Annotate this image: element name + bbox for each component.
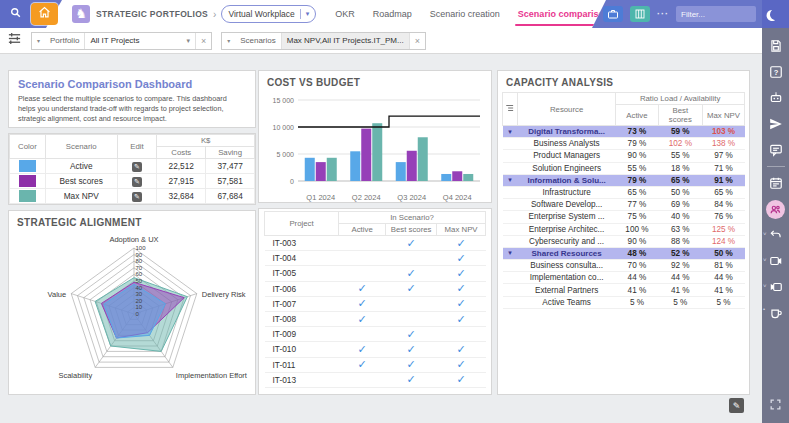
svg-text:Implementation Effort: Implementation Effort — [176, 371, 248, 380]
bot-button[interactable] — [762, 85, 789, 111]
capacity-value: 44 % — [703, 272, 745, 284]
scenario-color-cell — [10, 189, 46, 204]
map-book-button[interactable] — [630, 6, 650, 22]
tree-icon[interactable] — [503, 93, 518, 126]
portfolio-dropdown[interactable]: Virtual Workplace ▾ — [221, 5, 316, 23]
scenario-costs: 22,512 — [157, 159, 206, 174]
scenarios-filter-value[interactable]: Max NPV,All IT Projects.IT_PM... — [282, 33, 409, 49]
capacity-row: Enterprise Architec...100 %63 %125 % — [503, 223, 745, 235]
empty-cell — [503, 138, 518, 150]
tab-scenario-creation[interactable]: Scenario creation — [421, 0, 509, 28]
scenario-color-cell — [10, 174, 46, 189]
check-icon: ✓ — [437, 372, 486, 387]
project-id: IT-013 — [265, 372, 339, 387]
capacity-value: 18 % — [658, 162, 702, 174]
strategic-alignment-panel: STRATEGIC ALIGNMENT 01020304050607080901… — [8, 210, 256, 395]
project-table-body: IT-003✓✓IT-004✓IT-005✓✓IT-006✓✓✓IT-007✓✓… — [265, 236, 486, 388]
capacity-value: 65 % — [658, 174, 702, 186]
empty-cell — [437, 327, 486, 342]
scenarios-filter-chip[interactable]: ▾ Scenarios Max NPV,All IT Projects.IT_P… — [221, 32, 426, 50]
resource-name: Digital Transforma... — [518, 126, 616, 138]
search-button[interactable] — [0, 0, 30, 28]
capacity-value: 90 % — [616, 235, 658, 247]
svg-text:Q4 2024: Q4 2024 — [443, 193, 472, 202]
chevron-mini-icon: ˅ — [763, 283, 767, 289]
theme-toggle-button[interactable] — [762, 0, 789, 28]
resource-name: Active Teams — [518, 296, 616, 308]
empty-cell — [339, 251, 386, 266]
capacity-value: 100 % — [616, 223, 658, 235]
capacity-value: 77 % — [616, 199, 658, 211]
scenario-row: Active✎22,51237,477 — [10, 159, 255, 174]
capacity-title: CAPACITY ANALYSIS — [498, 71, 749, 90]
clear-scenarios-icon[interactable]: × — [409, 33, 425, 49]
check-icon: ✓ — [386, 266, 437, 281]
capacity-value: 70 % — [616, 260, 658, 272]
help-button[interactable]: ? — [762, 59, 789, 85]
project-row: IT-011✓✓✓ — [265, 357, 486, 372]
edit-icon[interactable]: ✎ — [132, 192, 142, 202]
chevron-down-icon[interactable]: ▾ — [181, 33, 195, 49]
resource-name: Business Analysts — [518, 138, 616, 150]
portfolio-filter-chip[interactable]: ▾ Portfolio All IT Projects ▾ × — [31, 32, 212, 50]
more-dots-icon[interactable]: ··· — [657, 9, 669, 19]
svg-text:80: 80 — [136, 258, 143, 264]
users-icon — [769, 203, 782, 216]
project-id: IT-010 — [265, 342, 339, 357]
capacity-row: Cybersecurity and ...90 %88 %124 % — [503, 235, 745, 247]
undo-button[interactable]: ˅ — [762, 222, 789, 248]
empty-cell — [386, 251, 437, 266]
project-row: IT-006✓✓✓ — [265, 281, 486, 296]
capacity-value: 48 % — [616, 247, 658, 259]
edit-dashboard-button[interactable]: ✎ — [729, 398, 744, 413]
capacity-row: Product Managers90 %55 %97 % — [503, 150, 745, 162]
sliders-icon[interactable] — [7, 31, 22, 50]
users-button[interactable] — [762, 196, 789, 222]
cup-button[interactable]: • — [762, 300, 789, 326]
notes-button[interactable] — [762, 137, 789, 163]
capacity-group-row[interactable]: ▾Shared Resources48 %52 %50 % — [503, 247, 745, 259]
col-ratio: Ratio Load / Availability — [616, 93, 745, 105]
project-row: IT-008✓✓ — [265, 311, 486, 326]
resource-name: Infrastructure — [518, 186, 616, 198]
filter-input[interactable] — [676, 6, 756, 22]
video-out-button[interactable]: ˅ — [762, 248, 789, 274]
capacity-analysis-panel: CAPACITY ANALYSIS Resource Ratio Load / … — [497, 70, 750, 395]
capacity-value: 65 % — [703, 186, 745, 198]
capacity-value: 41 % — [658, 284, 702, 296]
scenario-name: Max NPV — [45, 189, 117, 204]
check-icon: ✓ — [437, 281, 486, 296]
video-in-button[interactable]: ˅ — [762, 274, 789, 300]
intro-panel: Scenario Comparison Dashboard Please sel… — [8, 70, 256, 128]
clear-portfolio-icon[interactable]: × — [195, 33, 211, 49]
tab-roadmap[interactable]: Roadmap — [364, 0, 421, 28]
capacity-value: 55 % — [658, 150, 702, 162]
collapse-chevron-icon[interactable]: ▾ — [503, 126, 518, 138]
empty-cell — [339, 236, 386, 251]
capacity-group-row[interactable]: ▾Digital Transforma...73 %59 %103 % — [503, 126, 745, 138]
undo-icon — [769, 228, 783, 242]
send-button[interactable] — [762, 111, 789, 137]
edit-icon[interactable]: ✎ — [132, 177, 142, 187]
project-scenario-panel: Project In Scenario? Active Best scores … — [258, 208, 492, 395]
collapse-chevron-icon[interactable]: ▾ — [503, 247, 518, 259]
portfolio-filter-value[interactable]: All IT Projects — [85, 33, 181, 49]
save-button[interactable] — [762, 33, 789, 59]
tab-okr[interactable]: OKR — [326, 0, 364, 28]
briefcase-button[interactable] — [603, 6, 623, 22]
svg-text:Value: Value — [48, 290, 67, 299]
calendar-button[interactable] — [762, 170, 789, 196]
capacity-group-row[interactable]: ▾Information & Solu...79 %65 %91 % — [503, 174, 745, 186]
capacity-value: 71 % — [703, 162, 745, 174]
edit-icon[interactable]: ✎ — [132, 162, 142, 172]
home-button[interactable] — [31, 3, 58, 25]
svg-text:40: 40 — [136, 285, 143, 291]
empty-cell — [503, 296, 518, 308]
project-id: IT-004 — [265, 251, 339, 266]
capacity-value: 50 % — [658, 186, 702, 198]
collapse-chevron-icon[interactable]: ▾ — [503, 174, 518, 186]
check-icon: ✓ — [386, 357, 437, 372]
fullscreen-button[interactable] — [762, 391, 789, 417]
tab-scenario-comparison[interactable]: Scenario comparison — [509, 0, 619, 28]
svg-text:10: 10 — [136, 304, 143, 310]
